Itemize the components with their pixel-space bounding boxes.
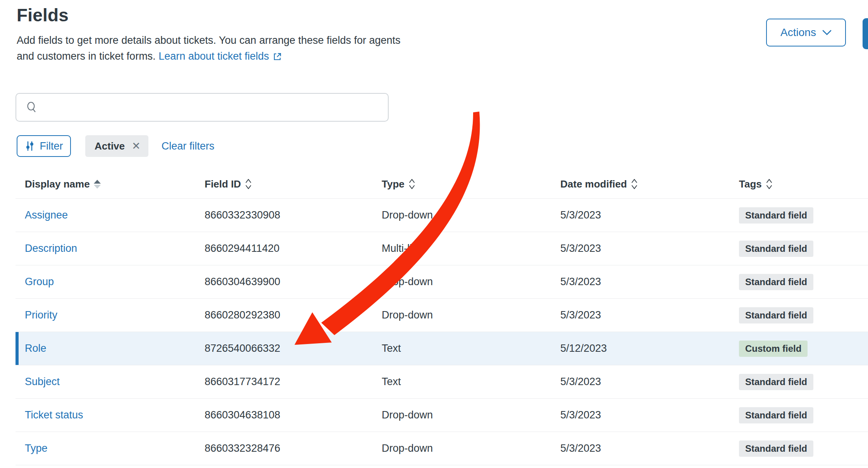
external-link-icon <box>273 52 282 61</box>
tags-cell: Standard field <box>739 307 868 323</box>
field-name-link[interactable]: Type <box>25 442 48 454</box>
field-name-link[interactable]: Role <box>25 342 46 354</box>
field-id-cell: 8726540066332 <box>205 342 382 354</box>
table-row[interactable]: Subject 8660317734172 Text 5/3/2023 Stan… <box>16 365 868 399</box>
sort-chevrons-icon[interactable] <box>766 178 773 190</box>
description-line-1: Add fields to get more details about tic… <box>17 33 559 48</box>
field-name-link[interactable]: Subject <box>25 376 60 387</box>
column-label: Type <box>382 178 405 190</box>
sort-chevrons-icon[interactable] <box>245 178 252 190</box>
type-cell: Multi-line <box>382 243 560 255</box>
tags-cell: Standard field <box>739 407 868 423</box>
tag-badge: Standard field <box>739 407 813 423</box>
date-modified-cell: 5/3/2023 <box>560 209 739 221</box>
display-name-cell: Priority <box>16 309 205 321</box>
table-row[interactable]: Ticket status 8660304638108 Drop-down 5/… <box>16 399 868 432</box>
tags-cell: Standard field <box>739 274 868 290</box>
type-cell: Drop-down <box>382 309 560 321</box>
tag-badge: Standard field <box>739 440 813 457</box>
date-modified-cell: 5/3/2023 <box>560 442 739 454</box>
sort-ascending-icon[interactable] <box>94 180 101 189</box>
display-name-cell: Subject <box>16 376 205 388</box>
table-body: Assignee 8660332330908 Drop-down 5/3/202… <box>16 199 868 465</box>
field-id-cell: 8660280292380 <box>205 309 382 321</box>
type-cell: Text <box>382 376 560 388</box>
date-modified-cell: 5/3/2023 <box>560 376 739 388</box>
search-icon <box>26 101 38 114</box>
table-row[interactable]: Role 8726540066332 Text 5/12/2023 Custom… <box>16 332 868 365</box>
display-name-cell: Description <box>16 243 205 255</box>
date-modified-cell: 5/3/2023 <box>560 243 739 255</box>
sort-chevrons-icon[interactable] <box>408 178 415 190</box>
tag-badge: Standard field <box>739 274 813 290</box>
type-cell: Drop-down <box>382 442 560 454</box>
tags-cell: Standard field <box>739 374 868 390</box>
search-input[interactable] <box>45 96 384 119</box>
sort-chevrons-icon[interactable] <box>631 178 638 190</box>
tag-badge: Custom field <box>739 341 808 357</box>
description-line-2: and customers in ticket forms. <box>17 50 156 62</box>
chevron-down-icon <box>822 30 832 35</box>
table-row[interactable]: Priority 8660280292380 Drop-down 5/3/202… <box>16 299 868 332</box>
active-filter-chip-label: Active <box>95 140 125 152</box>
filter-sliders-icon <box>25 141 35 151</box>
learn-about-ticket-fields-link[interactable]: Learn about ticket fields <box>158 48 282 64</box>
column-header-type[interactable]: Type <box>382 178 560 190</box>
actions-button-label: Actions <box>780 26 816 39</box>
table-row[interactable]: Group 8660304639900 Drop-down 5/3/2023 S… <box>16 265 868 299</box>
table-row[interactable]: Type 8660332328476 Drop-down 5/3/2023 St… <box>16 432 868 465</box>
column-label: Field ID <box>205 178 241 190</box>
clear-filters-link[interactable]: Clear filters <box>162 140 215 152</box>
table-header-row: Display name Field ID Type Date modified… <box>16 170 868 199</box>
fields-table: Display name Field ID Type Date modified… <box>16 170 868 465</box>
field-id-cell: 8660317734172 <box>205 376 382 388</box>
tag-badge: Standard field <box>739 241 813 257</box>
tags-cell: Standard field <box>739 440 868 457</box>
type-cell: Drop-down <box>382 209 560 221</box>
column-header-date-modified[interactable]: Date modified <box>560 178 739 190</box>
type-cell: Drop-down <box>382 409 560 421</box>
date-modified-cell: 5/12/2023 <box>560 342 739 354</box>
field-name-link[interactable]: Assignee <box>25 209 68 221</box>
search-box[interactable] <box>16 93 389 122</box>
table-row[interactable]: Description 8660294411420 Multi-line 5/3… <box>16 232 868 265</box>
field-id-cell: 8660332328476 <box>205 442 382 454</box>
filter-button[interactable]: Filter <box>17 135 71 157</box>
field-id-cell: 8660294411420 <box>205 243 382 255</box>
display-name-cell: Type <box>16 442 205 454</box>
table-row[interactable]: Assignee 8660332330908 Drop-down 5/3/202… <box>16 199 868 232</box>
filter-button-label: Filter <box>40 140 63 152</box>
display-name-cell: Role <box>16 342 205 354</box>
page-description: Add fields to get more details about tic… <box>17 33 559 64</box>
date-modified-cell: 5/3/2023 <box>560 409 739 421</box>
display-name-cell: Group <box>16 276 205 288</box>
page-title: Fields <box>17 5 69 26</box>
field-name-link[interactable]: Group <box>25 276 54 287</box>
filter-bar: Filter Active ✕ Clear filters <box>17 135 214 157</box>
type-cell: Drop-down <box>382 276 560 288</box>
field-name-link[interactable]: Ticket status <box>25 409 83 421</box>
tags-cell: Standard field <box>739 241 868 257</box>
field-name-link[interactable]: Priority <box>25 309 57 321</box>
column-label: Date modified <box>560 178 627 190</box>
tag-badge: Standard field <box>739 207 813 224</box>
column-header-field-id[interactable]: Field ID <box>205 178 382 190</box>
actions-button[interactable]: Actions <box>766 19 846 46</box>
remove-filter-icon[interactable]: ✕ <box>132 141 141 151</box>
cutoff-primary-button[interactable] <box>863 18 868 49</box>
display-name-cell: Ticket status <box>16 409 205 421</box>
column-label: Tags <box>739 178 762 190</box>
date-modified-cell: 5/3/2023 <box>560 309 739 321</box>
learn-link-label: Learn about ticket fields <box>158 48 269 64</box>
field-name-link[interactable]: Description <box>25 243 77 254</box>
display-name-cell: Assignee <box>16 209 205 221</box>
field-id-cell: 8660332330908 <box>205 209 382 221</box>
column-header-display-name[interactable]: Display name <box>16 178 205 190</box>
field-id-cell: 8660304638108 <box>205 409 382 421</box>
description-line-2-wrap: and customers in ticket forms. Learn abo… <box>17 48 559 64</box>
column-header-tags[interactable]: Tags <box>739 178 868 190</box>
active-filter-chip[interactable]: Active ✕ <box>85 135 148 157</box>
tags-cell: Standard field <box>739 207 868 224</box>
field-id-cell: 8660304639900 <box>205 276 382 288</box>
tag-badge: Standard field <box>739 307 813 323</box>
